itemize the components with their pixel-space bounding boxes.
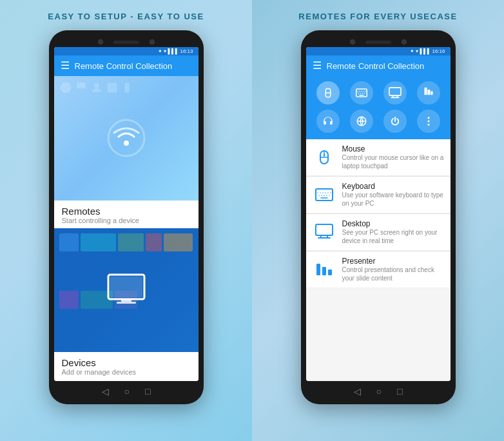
headphone-grid-icon[interactable]: [316, 110, 340, 133]
camera-right-left: [150, 39, 155, 44]
camera-left: [98, 39, 103, 44]
speaker-right: [365, 41, 391, 44]
svg-point-6: [124, 141, 129, 146]
mouse-title: Mouse: [342, 144, 444, 153]
keyboard-title: Keyboard: [342, 182, 444, 191]
nav-recent-left[interactable]: □: [145, 386, 150, 397]
nav-back-right[interactable]: ◁: [354, 386, 361, 397]
icon-grid: [306, 76, 451, 139]
keyboard-list-item[interactable]: Keyboard Use your software keyboard to t…: [306, 177, 451, 213]
left-phone: ✦ ▾ ▌▌▌ 16:13 ☰ Remote Control Collectio…: [49, 30, 204, 404]
icon-grid-cell-5: [314, 110, 342, 133]
app-title-right: Remote Control Collection: [327, 61, 444, 71]
power-grid-icon[interactable]: [383, 110, 407, 133]
svg-rect-8: [110, 277, 142, 297]
keyboard-subtitle: Use your software keyboard to type on yo…: [342, 191, 444, 208]
status-icons-left: ✦ ▾ ▌▌▌ 16:13: [158, 48, 193, 54]
svg-rect-27: [427, 90, 430, 95]
monitor-icon: [107, 273, 146, 307]
right-panel: REMOTES FOR EVERY USECASE ✦ ▾ ▌▌▌ 16:16 …: [252, 0, 504, 441]
hamburger-icon-right[interactable]: ☰: [313, 61, 322, 71]
icon-grid-cell-2: [347, 81, 376, 104]
svg-rect-52: [316, 224, 333, 235]
presenter-list-text: Presenter Control presentations and chec…: [342, 257, 444, 282]
presenter-list-item[interactable]: Presenter Control presentations and chec…: [306, 251, 451, 288]
icon-grid-cell-1: [314, 81, 342, 104]
mouse-list-item[interactable]: Mouse Control your mouse cursor like on …: [306, 139, 451, 176]
remotes-label-section: Remotes Start controlling a device: [54, 201, 199, 228]
svg-rect-3: [107, 83, 117, 93]
devices-label-section: Devices Add or manage devices: [54, 352, 199, 381]
mouse-list-icon: [313, 146, 336, 169]
right-phone: ✦ ▾ ▌▌▌ 16:16 ☰ Remote Control Collectio…: [301, 30, 456, 404]
desktop-list-icon: [313, 220, 336, 244]
remote-list: Mouse Control your mouse cursor like on …: [306, 139, 451, 381]
bluetooth-icon-right: ✦: [410, 48, 414, 54]
time-right: 16:16: [432, 48, 445, 54]
wifi-status-icon: ▾: [164, 48, 166, 54]
svg-point-38: [323, 154, 325, 156]
svg-rect-28: [431, 92, 432, 95]
nav-home-right[interactable]: ○: [376, 386, 382, 397]
left-phone-screen: ✦ ▾ ▌▌▌ 16:13 ☰ Remote Control Collectio…: [54, 47, 199, 381]
nav-recent-right[interactable]: □: [397, 386, 402, 397]
wifi-status-icon-right: ▾: [416, 48, 418, 54]
keyboard-list-icon: [313, 183, 336, 206]
svg-rect-39: [316, 189, 333, 201]
icon-grid-cell-7: [381, 110, 409, 133]
signal-icon-right: ▌▌▌: [420, 48, 431, 54]
remotes-title: Remotes: [62, 206, 191, 217]
devices-subtitle: Add or manage devices: [62, 368, 191, 376]
icon-grid-cell-6: [347, 110, 376, 133]
keyboard-grid-icon[interactable]: [350, 81, 373, 104]
desktop-subtitle: See your PC screen right on your device …: [342, 228, 444, 245]
right-phone-screen: ✦ ▾ ▌▌▌ 16:16 ☰ Remote Control Collectio…: [306, 47, 451, 381]
phone-bottom-left: ◁ ○ □: [54, 381, 199, 399]
presenter-list-icon: [313, 258, 336, 281]
mouse-subtitle: Control your mouse cursor like on a lapt…: [342, 153, 444, 170]
presenter-grid-icon[interactable]: [417, 81, 440, 104]
hamburger-icon-left[interactable]: ☰: [61, 61, 70, 71]
mouse-grid-icon[interactable]: [316, 81, 340, 104]
desktop-title: Desktop: [342, 219, 444, 228]
svg-rect-4: [124, 83, 130, 93]
camera-right-right: [402, 39, 407, 44]
signal-icon: ▌▌▌: [168, 48, 179, 54]
icon-grid-cell-8: [414, 110, 443, 133]
devices-card[interactable]: [54, 228, 199, 353]
phone-top-bar-left: [54, 35, 199, 47]
desktop-list-item[interactable]: Desktop See your PC screen right on your…: [306, 214, 451, 251]
presenter-title: Presenter: [342, 257, 444, 266]
app-header-left: ☰ Remote Control Collection: [54, 55, 199, 76]
keyboard-list-text: Keyboard Use your software keyboard to t…: [342, 182, 444, 208]
icon-grid-cell-3: [381, 81, 409, 104]
nav-home-left[interactable]: ○: [124, 386, 130, 397]
left-panel-title: EASY TO SETUP - EASY TO USE: [48, 12, 204, 21]
svg-rect-1: [77, 83, 85, 88]
svg-rect-56: [316, 264, 320, 275]
icon-grid-cell-4: [414, 81, 443, 104]
svg-rect-58: [328, 270, 332, 275]
status-icons-right: ✦ ▾ ▌▌▌ 16:16: [410, 48, 445, 54]
svg-point-0: [60, 83, 71, 93]
phone-top-bar-right: [306, 35, 451, 47]
remotes-card[interactable]: [54, 76, 199, 201]
svg-rect-57: [322, 267, 326, 275]
camera-left-right: [350, 39, 355, 44]
status-bar-right: ✦ ▾ ▌▌▌ 16:16: [306, 47, 451, 55]
mouse-list-text: Mouse Control your mouse cursor like on …: [342, 144, 444, 170]
svg-rect-9: [121, 299, 131, 302]
desktop-grid-icon[interactable]: [383, 81, 407, 104]
devices-title: Devices: [62, 357, 191, 368]
svg-rect-26: [424, 88, 427, 95]
svg-point-33: [427, 121, 429, 122]
more-grid-icon[interactable]: [417, 110, 440, 133]
bluetooth-icon: ✦: [158, 48, 162, 54]
status-bar-left: ✦ ▾ ▌▌▌ 16:13: [54, 47, 199, 55]
svg-rect-10: [117, 302, 136, 304]
time-left: 16:13: [180, 48, 193, 54]
nav-back-left[interactable]: ◁: [102, 386, 109, 397]
globe-grid-icon[interactable]: [350, 110, 373, 133]
svg-point-5: [108, 120, 144, 156]
app-header-right: ☰ Remote Control Collection: [306, 55, 451, 76]
